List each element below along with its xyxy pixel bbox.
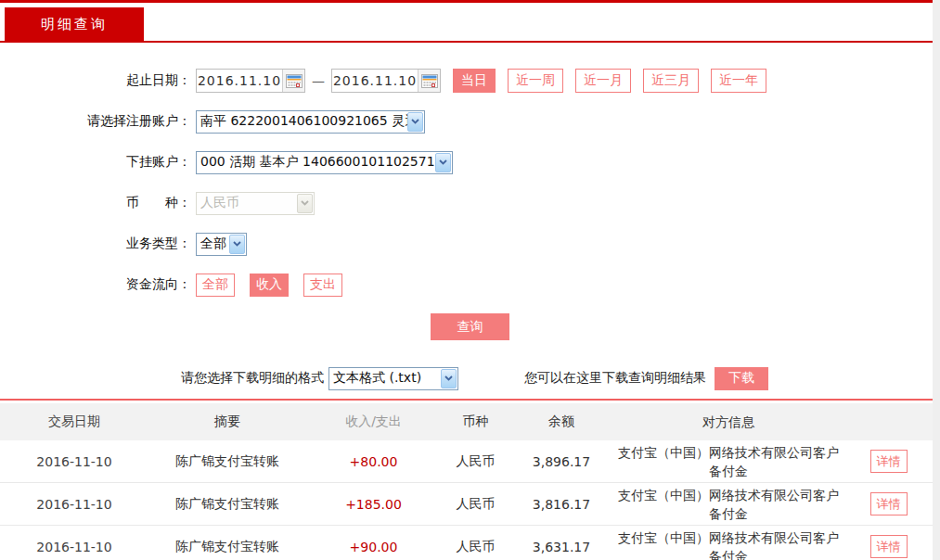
quick-range-today-button[interactable]: 当日 xyxy=(453,69,496,93)
quick-range-week-button[interactable]: 近一周 xyxy=(508,69,563,93)
cell-currency: 人民币 xyxy=(441,539,510,555)
query-button[interactable]: 查询 xyxy=(431,313,509,340)
fund-flow-row: 资金流向： 全部 收入 支出 xyxy=(0,273,933,297)
cell-counterparty: 支付宝（中国）网络技术有限公司客户备付金 xyxy=(612,486,844,523)
cell-currency: 人民币 xyxy=(441,453,510,470)
date-range-label: 起止日期： xyxy=(0,72,196,89)
table-top-line xyxy=(0,399,933,401)
business-type-select[interactable]: 全部 xyxy=(196,233,247,256)
detail-button[interactable]: 详情 xyxy=(870,492,908,515)
cell-amount: +80.00 xyxy=(306,454,441,469)
chevron-down-icon[interactable] xyxy=(407,112,423,132)
registered-account-select[interactable]: 南平 6222001406100921065 灵通卡 xyxy=(196,110,425,134)
start-date-value: 2016.11.10 xyxy=(197,73,282,88)
header-summary: 摘要 xyxy=(148,414,306,430)
business-type-row: 业务类型： 全部 xyxy=(0,232,933,256)
quick-range-3months-button[interactable]: 近三月 xyxy=(643,69,699,93)
detail-button[interactable]: 详情 xyxy=(870,535,908,558)
cell-summary: 陈广锦支付宝转账 xyxy=(148,539,306,555)
end-date-value: 2016.11.10 xyxy=(332,73,418,88)
sub-account-select[interactable]: 000 活期 基本户 1406600101102571848 xyxy=(196,151,453,174)
table-row: 2016-11-10 陈广锦支付宝转账 +80.00 人民币 3,896.17 … xyxy=(0,440,933,483)
tab-row: 明细查询 xyxy=(0,3,933,41)
cell-balance: 3,631.17 xyxy=(510,540,612,554)
quick-range-month-button[interactable]: 近一月 xyxy=(575,69,631,93)
fund-flow-expense-button[interactable]: 支出 xyxy=(303,274,342,297)
results-table: 交易日期 摘要 收入/支出 币种 余额 对方信息 2016-11-10 陈广锦支… xyxy=(0,403,933,560)
registered-account-value: 南平 6222001406100921065 灵通卡 xyxy=(197,113,407,130)
end-date-input[interactable]: 2016.11.10 xyxy=(331,69,441,93)
header-counterparty: 对方信息 xyxy=(612,413,844,431)
download-button[interactable]: 下载 xyxy=(715,367,768,390)
sub-account-value: 000 活期 基本户 1406600101102571848 xyxy=(197,154,435,171)
download-format-label: 请您选择下载明细的格式 xyxy=(181,370,324,387)
chevron-down-icon[interactable] xyxy=(441,369,457,388)
registered-account-row: 请选择注册账户： 南平 6222001406100921065 灵通卡 xyxy=(0,109,933,134)
business-type-value: 全部 xyxy=(197,235,229,252)
cell-amount: +90.00 xyxy=(306,540,441,554)
cell-balance: 3,896.17 xyxy=(510,454,612,469)
registered-account-label: 请选择注册账户： xyxy=(0,113,196,130)
date-range-row: 起止日期： 2016.11.10 — xyxy=(0,69,933,93)
table-row: 2016-11-10 陈广锦支付宝转账 +90.00 人民币 3,631.17 … xyxy=(0,526,933,560)
cell-date: 2016-11-10 xyxy=(0,454,148,469)
download-format-value: 文本格式 (.txt) xyxy=(329,370,441,387)
chevron-down-icon xyxy=(297,194,313,213)
cell-summary: 陈广锦支付宝转账 xyxy=(148,453,306,470)
download-hint-text: 您可以在这里下载查询明细结果 xyxy=(524,370,706,387)
page: 明细查询 起止日期： 2016.11.10 xyxy=(0,0,933,560)
header-currency: 币种 xyxy=(441,414,510,430)
fund-flow-label: 资金流向： xyxy=(0,276,196,293)
cell-date: 2016-11-10 xyxy=(0,540,148,554)
header-amount: 收入/支出 xyxy=(306,414,441,430)
fund-flow-income-button[interactable]: 收入 xyxy=(250,274,289,297)
download-row: 请您选择下载明细的格式 文本格式 (.txt) 您可以在这里下载查询明细结果 下… xyxy=(181,366,933,390)
cell-counterparty: 支付宝（中国）网络技术有限公司客户备付金 xyxy=(612,528,844,560)
business-type-label: 业务类型： xyxy=(0,235,196,252)
cell-counterparty: 支付宝（中国）网络技术有限公司客户备付金 xyxy=(612,443,844,480)
sub-account-label: 下挂账户： xyxy=(0,154,196,171)
currency-select: 人民币 xyxy=(196,192,315,215)
end-date-calendar-icon[interactable] xyxy=(418,70,440,92)
cell-balance: 3,816.17 xyxy=(510,497,612,512)
header-balance: 余额 xyxy=(510,414,612,430)
cell-currency: 人民币 xyxy=(441,496,510,513)
query-form: 起止日期： 2016.11.10 — xyxy=(0,43,933,340)
start-date-calendar-icon[interactable] xyxy=(282,70,304,92)
chevron-down-icon[interactable] xyxy=(229,235,245,254)
detail-button[interactable]: 详情 xyxy=(870,450,908,473)
cell-summary: 陈广锦支付宝转账 xyxy=(148,496,306,513)
currency-row: 币 种： 人民币 xyxy=(0,191,933,215)
tab-detail-query[interactable]: 明细查询 xyxy=(5,7,144,41)
header-date: 交易日期 xyxy=(0,414,148,430)
download-format-select[interactable]: 文本格式 (.txt) xyxy=(328,367,458,390)
currency-label: 币 种： xyxy=(0,195,196,211)
table-row: 2016-11-10 陈广锦支付宝转账 +185.00 人民币 3,816.17… xyxy=(0,483,933,526)
currency-value: 人民币 xyxy=(197,195,297,211)
chevron-down-icon[interactable] xyxy=(435,153,451,172)
fund-flow-all-button[interactable]: 全部 xyxy=(196,274,235,297)
table-header-row: 交易日期 摘要 收入/支出 币种 余额 对方信息 xyxy=(0,403,933,440)
sub-account-row: 下挂账户： 000 活期 基本户 1406600101102571848 xyxy=(0,150,933,174)
cell-amount: +185.00 xyxy=(306,497,441,512)
start-date-input[interactable]: 2016.11.10 xyxy=(196,69,305,93)
date-separator: — xyxy=(312,73,325,88)
cell-date: 2016-11-10 xyxy=(0,497,148,512)
quick-range-year-button[interactable]: 近一年 xyxy=(711,69,766,93)
